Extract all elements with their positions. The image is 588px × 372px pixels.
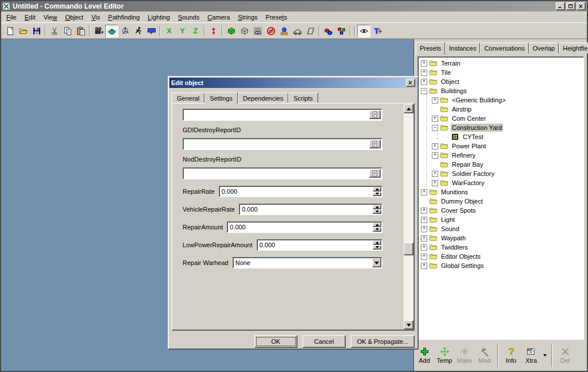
menu-strings[interactable]: Strings (234, 13, 261, 22)
tree-item-dummy-object[interactable]: Dummy Object (418, 197, 583, 206)
tree-item-object[interactable]: +Object (418, 77, 583, 86)
tree-item-light[interactable]: +Light (418, 215, 583, 224)
spin-down-button[interactable] (373, 192, 381, 197)
tree-expander-plus-icon[interactable]: + (421, 208, 427, 214)
tree-expander-plus-icon[interactable]: + (421, 189, 427, 195)
top-button[interactable] (207, 25, 220, 37)
tree-item-repair-bay[interactable]: Repair Bay (418, 160, 583, 169)
maximize-button[interactable] (566, 2, 575, 10)
tree-expander-plus-icon[interactable]: + (421, 254, 427, 260)
menu-presets[interactable]: Presets (262, 13, 291, 22)
tree-item-sound[interactable]: +Sound (418, 224, 583, 233)
ok-propagate-button[interactable]: OK & Propagate... (351, 335, 415, 348)
eye-tri-button[interactable] (251, 25, 264, 37)
dialog-titlebar[interactable]: Edit object (169, 78, 417, 88)
menu-file[interactable]: File (2, 13, 21, 22)
scrollbar-thumb[interactable] (404, 243, 413, 255)
tree-item-munitions[interactable]: +Munitions (418, 187, 583, 197)
tree-expander-plus-icon[interactable]: + (421, 235, 427, 241)
scrollbar-track[interactable] (404, 113, 413, 320)
menu-object[interactable]: Object (61, 13, 87, 22)
menu-edit[interactable]: Edit (21, 13, 40, 22)
camera-button[interactable] (92, 25, 105, 37)
tree-expander-plus-icon[interactable]: + (432, 97, 438, 103)
tab-heightfield[interactable]: Heightfield (559, 43, 588, 53)
close-button[interactable] (577, 2, 586, 10)
tree-item-generic-building[interactable]: +<Generic Building> (418, 95, 583, 105)
info-button[interactable]: ?Info (501, 343, 521, 368)
zshape-button[interactable] (304, 25, 317, 37)
tree-expander-minus-icon[interactable]: − (421, 88, 427, 94)
field-repair-warhead[interactable]: None (233, 257, 382, 269)
save-button[interactable] (30, 25, 43, 37)
tree-expander-plus-icon[interactable]: + (421, 226, 427, 232)
dialog-tab-general[interactable]: General (172, 93, 204, 103)
axis-y-button[interactable]: Y (176, 25, 189, 37)
field-repairamount[interactable]: 0.000 (227, 221, 382, 233)
ok-button[interactable]: OK (254, 335, 297, 348)
tree-item-refinery[interactable]: +Refinery (418, 151, 583, 160)
tree-item-editor-objects[interactable]: +Editor Objects (418, 252, 583, 261)
tree-expander-plus-icon[interactable]: + (421, 79, 427, 85)
cut-button[interactable] (48, 25, 61, 37)
tree-item-power-plant[interactable]: +Power Plant (418, 141, 583, 151)
spin-up-button[interactable] (373, 223, 381, 227)
tree-expander-plus-icon[interactable]: + (421, 60, 427, 67)
menu-camera[interactable]: Camera (203, 13, 234, 22)
no-eye-button[interactable] (264, 25, 277, 37)
tree-expander-plus-icon[interactable]: + (421, 244, 427, 251)
cube-wire-button[interactable] (238, 25, 251, 37)
flag-button[interactable] (145, 25, 158, 37)
menu-sounds[interactable]: Sounds (174, 13, 203, 22)
tab-instances[interactable]: Instances (445, 43, 480, 53)
tree-item-buildings[interactable]: −Buildings (418, 86, 583, 95)
text-t-button[interactable] (370, 25, 384, 37)
layers-button[interactable] (277, 25, 291, 37)
axis-x-button[interactable]: X (163, 25, 176, 37)
tree-item-construction-yard[interactable]: −Construction Yard (418, 123, 583, 132)
tree-expander-plus-icon[interactable]: + (421, 217, 427, 223)
open-button[interactable] (17, 25, 30, 37)
tree-item-com-center[interactable]: +Com Center (418, 114, 583, 123)
tree-expander-plus-icon[interactable]: + (421, 263, 427, 269)
dialog-scrollbar[interactable] (404, 104, 413, 329)
tree-expander-plus-icon[interactable]: + (432, 116, 438, 122)
tab-conversations[interactable]: Conversations (480, 43, 528, 53)
tree-item-airstrip[interactable]: Airstrip (418, 105, 583, 114)
tree-expander-minus-icon[interactable]: − (432, 125, 438, 131)
menu-lighting[interactable]: Lighting (144, 13, 174, 22)
cube-green-button[interactable] (225, 25, 238, 37)
tree-item-twiddlers[interactable]: +Twiddlers (418, 243, 583, 252)
field-vehiclerepairrate[interactable]: 0.000 (239, 204, 382, 215)
run-button[interactable] (131, 25, 145, 37)
spin-down-button[interactable] (373, 228, 381, 232)
xtra-button[interactable]: Xtra (521, 343, 541, 368)
field-repairrate[interactable]: 0.000 (219, 186, 382, 197)
dialog-tab-scripts[interactable]: Scripts (288, 93, 318, 103)
minimize-button[interactable] (556, 2, 565, 10)
tab-overlap[interactable]: Overlap (529, 43, 559, 53)
presets-tree[interactable]: +Terrain+Tile+Object−Buildings+<Generic … (417, 56, 584, 340)
menu-vis[interactable]: Vis (87, 13, 104, 22)
xtra-dropdown-button[interactable] (541, 344, 548, 367)
browse-text-button[interactable] (369, 110, 381, 119)
cubes-rgb-button[interactable] (335, 25, 348, 37)
tree-item-warfactory[interactable]: +WarFactory (418, 178, 583, 187)
cancel-button[interactable]: Cancel (303, 335, 346, 348)
dialog-tab-settings[interactable]: Settings (204, 92, 238, 104)
spin-up-button[interactable] (373, 205, 381, 209)
tree-item-tile[interactable]: +Tile (418, 68, 583, 77)
tree-item-cytest[interactable]: CYTest (418, 132, 583, 141)
dialog-tab-dependencies[interactable]: Dependencies (238, 93, 288, 103)
vehicle-button[interactable] (291, 25, 304, 37)
dialog-close-button[interactable] (406, 79, 415, 87)
field-gdidestroyreportid[interactable] (183, 138, 382, 150)
spin-down-button[interactable] (373, 246, 381, 250)
tree-expander-plus-icon[interactable]: + (421, 70, 427, 76)
browse-text-button[interactable] (369, 169, 381, 178)
tree-item-global-settings[interactable]: +Global Settings (418, 261, 583, 270)
paste-button[interactable] (74, 25, 87, 37)
copy-button[interactable] (61, 25, 74, 37)
temp-button[interactable]: Temp (435, 343, 454, 368)
cubes-rb-button[interactable] (322, 25, 335, 37)
